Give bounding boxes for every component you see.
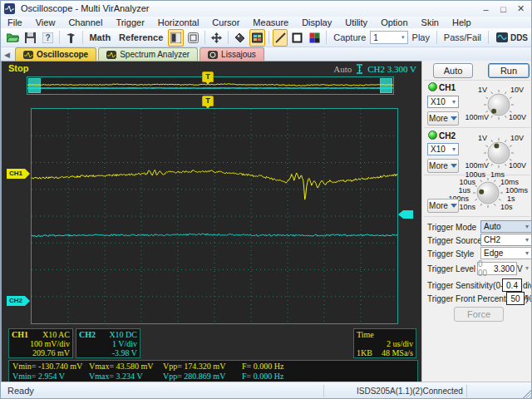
tab-label: Oscilloscope [37, 50, 88, 59]
ch1-vpp: Vpp= 174.320 mV [163, 362, 225, 371]
reference-button[interactable]: Reference [115, 32, 167, 42]
preview-ch1-trace [27, 84, 393, 86]
draw-line-button[interactable] [273, 29, 288, 47]
screenshot-button[interactable] [249, 29, 265, 47]
run-state-label: Stop [8, 63, 28, 73]
chevron-down-icon [451, 164, 457, 168]
menu-item-channel[interactable]: Channel [62, 17, 109, 27]
chevron-down-icon[interactable]: ▾ [525, 264, 529, 272]
full-window-button[interactable] [185, 29, 201, 47]
window-title: Oscilloscope - Multi VirAnalyzer [21, 3, 149, 13]
ch1-more-label: More [429, 114, 448, 123]
trigger-position-marker-preview[interactable]: T [202, 71, 214, 82]
svg-text:?: ? [45, 33, 50, 42]
tab-scroll-left-icon[interactable]: ◀ [4, 51, 10, 59]
trigger-level-label: Trigger Level [427, 264, 475, 273]
ch1-volts-knob[interactable]: 1V10V100mV100V [464, 81, 532, 127]
draw-square-button[interactable] [289, 29, 305, 47]
color-palette-button[interactable] [307, 29, 323, 47]
device-status: ISDS205A(1.1)(2)Connected [357, 387, 463, 396]
trigger-position-marker-main[interactable]: T [202, 96, 214, 106]
menu-item-trigger[interactable]: Trigger [109, 17, 150, 27]
menu-item-utility[interactable]: Utility [338, 17, 374, 27]
menu-item-file[interactable]: File [1, 17, 29, 27]
tab-spectrum-analyzer[interactable]: Spectrum Analyzer [98, 47, 198, 61]
menu-item-skin[interactable]: Skin [415, 17, 446, 27]
ch2-probe-select[interactable]: X10▾ [427, 143, 459, 155]
split-view-button[interactable] [168, 29, 184, 47]
help-button[interactable]: ? [40, 29, 56, 47]
play-button[interactable]: Play [408, 32, 434, 42]
passfail-button[interactable]: Pass/Fail [440, 32, 485, 42]
svg-text:100V: 100V [509, 113, 526, 121]
trigger-level-unit: V [517, 264, 523, 273]
ch1-more-button[interactable]: More [427, 111, 459, 126]
move-button[interactable] [209, 29, 224, 47]
chevron-down-icon: ▾ [452, 98, 456, 106]
chevron-down-icon [451, 204, 457, 208]
menu-item-measure[interactable]: Measure [246, 17, 295, 27]
ch1-value: 209.76 mV [12, 348, 70, 357]
scope-display: Stop Auto CH2 3.300 V T T CH1 CH2 [1, 61, 421, 382]
menu-item-help[interactable]: Help [446, 17, 478, 27]
ch1-position-marker[interactable]: CH1 [7, 169, 25, 179]
maximize-button[interactable]: □ [495, 2, 512, 15]
close-button[interactable]: ✕ [512, 2, 530, 15]
trigger-status-readout: Auto CH2 3.300 V [333, 64, 416, 74]
svg-text:1s: 1s [507, 195, 515, 203]
svg-text:10s: 10s [500, 203, 513, 211]
menu-item-display[interactable]: Display [295, 17, 338, 27]
menu-item-cursor[interactable]: Cursor [205, 17, 246, 27]
open-file-button[interactable] [5, 29, 21, 47]
waveform-plot [32, 109, 397, 323]
trigger-style-select[interactable]: Edge▾ [480, 247, 532, 259]
tab-lissajous[interactable]: Lissajous [200, 47, 264, 61]
ch2-volts-knob[interactable]: 1V10V100mV100V [464, 130, 532, 175]
menu-item-view[interactable]: View [29, 17, 62, 27]
tab-label: Lissajous [221, 50, 256, 59]
menu-item-option[interactable]: Option [374, 17, 414, 27]
minimize-button[interactable]: – [477, 2, 495, 15]
trigger-source-select[interactable]: CH2▾ [480, 234, 532, 246]
svg-text:10ns: 10ns [459, 203, 475, 211]
tab-oscilloscope[interactable]: Oscilloscope [15, 47, 96, 61]
ch1-probe-value: X10 [431, 97, 446, 106]
run-button[interactable]: Run [488, 63, 530, 78]
ch1-enable-led[interactable] [428, 82, 437, 91]
waveform-icon [23, 51, 33, 59]
dds-button[interactable]: DDS [492, 29, 532, 47]
ch2-scale: 1 V/div [79, 339, 137, 348]
save-button[interactable] [22, 29, 38, 47]
resize-grip[interactable] [522, 389, 532, 399]
trigger-front-input[interactable]: 50 [506, 292, 525, 305]
title-bar: Oscilloscope - Multi VirAnalyzer – □ ✕ [1, 1, 532, 17]
window-frame-icon [188, 32, 199, 43]
capture-count-select[interactable]: 1 ▾ [370, 31, 407, 44]
ch1-probe-select[interactable]: X10▾ [427, 96, 459, 108]
trigger-sensitivity-input[interactable]: 0.4 [502, 278, 522, 292]
trigger-level-marker[interactable] [403, 210, 413, 219]
capture-label: Capture [329, 32, 370, 42]
ch1-scale: 100 mV/div [12, 339, 70, 348]
trigger-level-input[interactable]: 0 003.300 [477, 262, 517, 275]
ch1-panel-label: CH1 [439, 83, 456, 92]
tool-hammer-button[interactable] [63, 29, 79, 47]
ch2-vmin: Vmin= 2.954 V [12, 372, 65, 381]
trigger-mode-select[interactable]: Auto▾ [480, 220, 532, 233]
chevron-down-icon: ▾ [525, 236, 529, 244]
math-button[interactable]: Math [85, 32, 115, 42]
label-button[interactable] [232, 29, 248, 47]
trigger-sensitivity-unit: div [523, 281, 532, 290]
menu-item-horizontal[interactable]: Horizontal [151, 17, 206, 27]
auto-button[interactable]: Auto [433, 63, 473, 78]
ch2-position-marker[interactable]: CH2 [7, 296, 25, 306]
capture-count-value: 1 [373, 33, 378, 42]
ch2-enable-led[interactable] [428, 131, 437, 140]
app-window: Oscilloscope - Multi VirAnalyzer – □ ✕ F… [0, 0, 532, 399]
control-panel: Auto Run CH1 X10▾ More 1V10V100mV100V CH… [421, 61, 532, 382]
save-disk-icon [25, 32, 36, 43]
force-trigger-button[interactable]: Force [454, 307, 504, 322]
svg-text:1us: 1us [458, 186, 470, 195]
time-more-button[interactable]: More [427, 199, 459, 213]
trigger-level-readout: CH2 3.300 V [367, 64, 416, 74]
